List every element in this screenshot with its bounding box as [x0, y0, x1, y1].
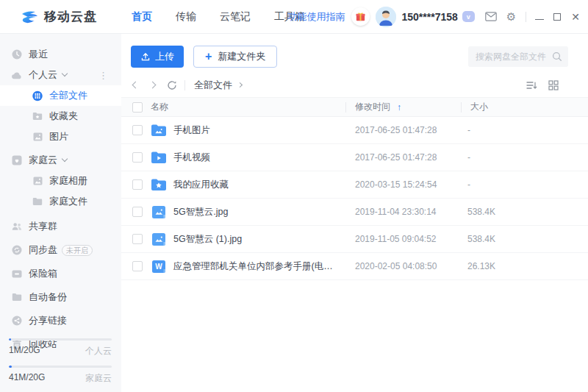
table-row[interactable]: 手机视频 2017-06-25 01:47:28 - — [121, 144, 588, 171]
folder-image-icon — [151, 124, 167, 138]
settings-gear-icon[interactable]: ⚙ — [506, 11, 516, 22]
file-name[interactable]: 我的应用收藏 — [167, 179, 345, 191]
window-close-button[interactable]: ✕ — [571, 12, 580, 22]
personal-storage-label: 个人云 — [85, 345, 112, 357]
sidebar-item-label: 家庭文件 — [49, 195, 87, 208]
sidebar-item-personal-cloud[interactable]: 个人云 ⋮ — [0, 65, 121, 85]
sidebar-item-shared-groups[interactable]: 共享群 — [0, 216, 121, 237]
sidebar-item-share-links[interactable]: 分享链接 — [0, 310, 121, 331]
sidebar-item-all-files[interactable]: 全部文件 — [0, 85, 121, 106]
personal-storage-bar — [9, 338, 112, 341]
table-row[interactable]: 手机图片 2017-06-25 01:47:28 - — [121, 117, 588, 144]
tab-transfer[interactable]: 传输 — [176, 10, 196, 24]
table-row[interactable]: W 应急管理部机关单位内部参考手册(电子版).docx 2020-02-05 0… — [121, 253, 588, 280]
new-folder-label: 新建文件夹 — [218, 50, 265, 63]
search-icon[interactable] — [552, 51, 562, 62]
sidebar-item-favorites[interactable]: 收藏夹 — [0, 106, 121, 126]
sidebar-item-family-files[interactable]: 家庭文件 — [0, 191, 121, 212]
row-checkbox[interactable] — [132, 152, 143, 163]
safe-icon — [12, 268, 22, 279]
folder-icon — [32, 196, 43, 207]
sort-ascending-icon[interactable]: ↑ — [397, 102, 401, 113]
breadcrumb-bar: 全部文件 — [121, 73, 588, 97]
column-divider — [461, 102, 462, 113]
file-name[interactable]: 5G智慧云.jpg — [167, 206, 345, 218]
more-menu-icon[interactable]: ⋮ — [98, 70, 108, 81]
family-storage-fill — [9, 366, 12, 368]
sidebar-item-label: 收藏夹 — [49, 110, 78, 123]
column-header-modified[interactable]: 修改时间 ↑ — [345, 101, 461, 113]
sidebar-item-label: 图片 — [49, 130, 68, 143]
row-checkbox[interactable] — [132, 125, 143, 135]
main-content: 上传 + 新建文件夹 全部文件 — [121, 34, 588, 392]
sidebar-item-safe-box[interactable]: 保险箱 — [0, 263, 121, 284]
table-header: 名称 修改时间 ↑ 大小 — [121, 97, 588, 117]
breadcrumb-divider — [184, 80, 185, 90]
sort-order-icon[interactable] — [526, 80, 537, 90]
user-phone[interactable]: 150****7158 — [402, 11, 458, 23]
family-heart-icon — [12, 155, 22, 165]
sidebar-item-label: 同步盘 — [29, 243, 57, 257]
sidebar-item-label: 家庭云 — [29, 154, 57, 167]
file-name[interactable]: 手机图片 — [167, 124, 345, 137]
breadcrumb[interactable]: 全部文件 — [194, 79, 232, 92]
folder-video-icon — [151, 151, 167, 165]
sidebar-item-recent[interactable]: 最近 — [0, 44, 121, 65]
chevron-down-icon — [62, 156, 68, 162]
row-checkbox[interactable] — [132, 261, 143, 271]
window-minimize-button[interactable] — [535, 19, 544, 20]
file-size: 538.4K — [461, 207, 588, 217]
sidebar-item-auto-backup[interactable]: 自动备份 — [0, 287, 121, 307]
file-size: 538.4K — [461, 234, 588, 244]
search-box[interactable] — [468, 46, 568, 67]
table-row[interactable]: 我的应用收藏 2020-03-15 15:24:54 - — [121, 171, 588, 199]
sidebar-item-family-cloud[interactable]: 家庭云 — [0, 150, 121, 171]
new-folder-button[interactable]: + 新建文件夹 — [193, 46, 277, 68]
file-modified: 2017-06-25 01:47:28 — [345, 125, 461, 135]
sidebar-item-pictures[interactable]: 图片 — [0, 126, 121, 147]
row-checkbox[interactable] — [132, 179, 143, 190]
file-name[interactable]: 应急管理部机关单位内部参考手册(电子版).docx — [167, 260, 345, 273]
sidebar-item-family-album[interactable]: 家庭相册 — [0, 171, 121, 191]
file-name[interactable]: 手机视频 — [167, 152, 345, 164]
sidebar-item-label: 家庭相册 — [49, 174, 87, 188]
back-button[interactable] — [132, 82, 140, 89]
column-header-size[interactable]: 大小 — [461, 101, 588, 113]
vip-badge[interactable]: v — [462, 11, 475, 22]
tab-home[interactable]: 首页 — [132, 10, 152, 24]
window-maximize-button[interactable] — [553, 13, 561, 21]
feature-guide-link[interactable]: 功能使用指南 — [288, 10, 345, 24]
file-modified: 2020-03-15 15:24:54 — [345, 179, 461, 190]
table-row[interactable]: 5G智慧云 (1).jpg 2019-11-05 09:04:52 538.4K — [121, 226, 588, 253]
people-icon — [12, 221, 22, 232]
tab-cloud-notes[interactable]: 云笔记 — [220, 10, 251, 24]
search-input[interactable] — [476, 51, 552, 62]
file-name[interactable]: 5G智慧云 (1).jpg — [167, 233, 345, 246]
sidebar: 最近 个人云 ⋮ 全部文件 收藏夹 — [0, 34, 121, 392]
forward-button[interactable] — [149, 82, 157, 89]
svg-text:W: W — [155, 263, 162, 271]
sidebar-item-label: 全部文件 — [49, 89, 87, 102]
column-divider — [345, 102, 346, 113]
plus-icon: + — [205, 51, 212, 63]
row-checkbox[interactable] — [132, 207, 143, 217]
sidebar-item-label: 共享群 — [29, 220, 57, 233]
topbar: 移动云盘 首页 传输 云笔记 工具箱 功能使用指南 150****7158 v — [0, 0, 588, 34]
sidebar-item-sync-disk[interactable]: 同步盘 未开启 — [0, 240, 121, 260]
table-row[interactable]: 5G智慧云.jpg 2019-11-04 23:30:14 538.4K — [121, 199, 588, 226]
app-logo: 移动云盘 — [0, 8, 97, 25]
gift-icon[interactable] — [351, 7, 370, 26]
refresh-icon[interactable] — [167, 80, 177, 90]
folder-star-icon — [151, 178, 167, 192]
user-avatar[interactable] — [376, 7, 396, 27]
grid-view-icon[interactable] — [548, 80, 559, 90]
all-files-grid-icon — [32, 90, 43, 101]
column-header-name[interactable]: 名称 — [143, 101, 345, 113]
mail-icon[interactable] — [485, 12, 497, 21]
row-checkbox[interactable] — [132, 234, 143, 244]
upload-button[interactable]: 上传 — [131, 46, 184, 68]
topbar-right: 功能使用指南 150****7158 v ⚙ — [288, 7, 580, 27]
select-all-checkbox[interactable] — [132, 102, 143, 113]
file-modified: 2017-06-25 01:47:28 — [345, 152, 461, 163]
image-icon — [32, 132, 43, 142]
